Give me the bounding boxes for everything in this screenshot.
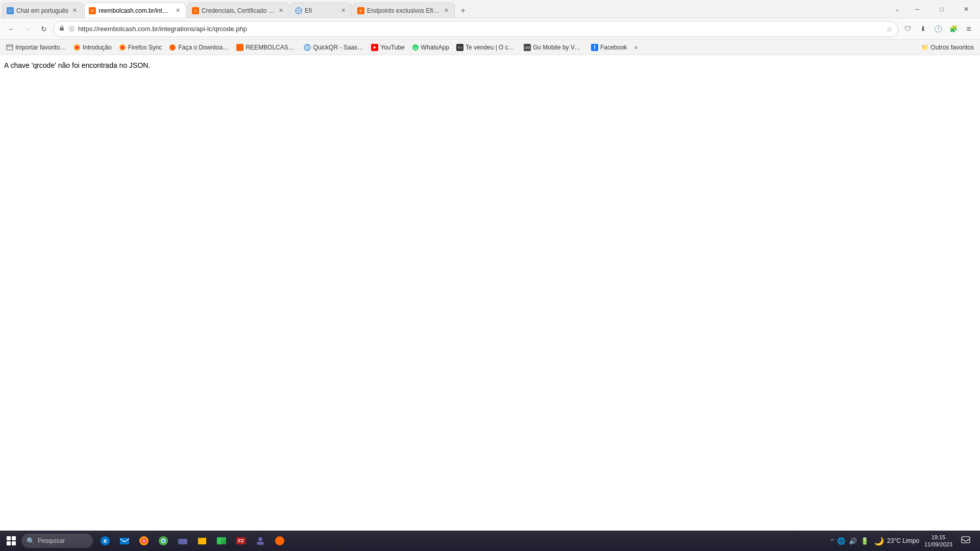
tab-title-efi: Efi — [305, 7, 337, 14]
importar-label: Importar favoritos... — [15, 44, 66, 51]
gomobile-icon: GM — [524, 44, 531, 51]
svg-point-20 — [169, 44, 176, 51]
nav-actions: 🛡 ⬇ 🕐 🧩 ≡ — [900, 22, 976, 36]
window-controls: ⌄ ─ □ ✕ — [890, 0, 978, 18]
navbar: ← → ↻ ⚪ https://reembolcash.com.br/integ… — [0, 18, 980, 40]
tab-close-efi[interactable]: ✕ — [339, 7, 347, 15]
bookmarks-bar: Importar favoritos... Introdução Firefox… — [0, 40, 980, 55]
bookmarks-other-folder[interactable]: 📁 Outros favoritos — [918, 43, 977, 52]
quickqr-label: QuickQR - Saas - Cont... — [313, 44, 364, 51]
introducao-label: Introdução — [83, 44, 112, 51]
tab-close-chat[interactable]: ✕ — [70, 7, 79, 15]
tab-icon-credenciais: C — [192, 7, 199, 14]
forward-button[interactable]: → — [20, 22, 35, 36]
firefox-sync-label: Firefox Sync — [128, 44, 162, 51]
refresh-button[interactable]: ↻ — [37, 22, 51, 36]
tab-chat[interactable]: C Chat em português ✕ — [2, 3, 83, 18]
close-button[interactable]: ✕ — [954, 0, 978, 18]
svg-text:C: C — [9, 9, 12, 13]
whatsapp-label: WhatsApp — [421, 44, 449, 51]
security-icon: ⚪ — [68, 26, 75, 32]
bookmark-reembolcash[interactable]: REEMBOLCASH - Um ... — [233, 43, 300, 52]
tab-efi[interactable]: Efi ✕ — [290, 3, 352, 18]
bookmark-introducao[interactable]: Introdução — [70, 43, 115, 52]
firefox-icon — [74, 44, 81, 51]
bookmarks-overflow-button[interactable]: » — [632, 43, 640, 52]
svg-text:GM: GM — [524, 46, 530, 49]
tab-title-reembolcash: reembolcash.com.br/integratio... — [99, 7, 172, 14]
tab-title-endpoints: Endpoints exclusivos Efi | Docu... — [367, 7, 440, 14]
svg-text:TV: TV — [457, 46, 462, 49]
bookmark-whatsapp[interactable]: W WhatsApp — [409, 43, 452, 52]
gomobile-label: Go Mobile by VegaTh... — [533, 44, 584, 51]
new-tab-button[interactable]: + — [456, 4, 470, 18]
bookmark-importar[interactable]: Importar favoritos... — [3, 43, 69, 52]
tab-icon-efi — [295, 7, 302, 14]
reembolcash-label: REEMBOLCASH - Um ... — [246, 44, 297, 51]
tab-close-reembolcash[interactable]: ✕ — [174, 7, 182, 15]
svg-text:W: W — [413, 45, 418, 50]
titlebar: C Chat em português ✕ R reembolcash.com.… — [0, 0, 980, 18]
tab-title-chat: Chat em português — [16, 7, 68, 14]
tabs-expand-button[interactable]: ⌄ — [890, 2, 904, 16]
address-bar[interactable]: ⚪ https://reembolcash.com.br/integration… — [53, 21, 898, 37]
url-text: https://reembolcash.com.br/integrations/… — [78, 25, 883, 33]
bookmark-firefox-sync[interactable]: Firefox Sync — [116, 43, 165, 52]
menu-icon[interactable]: ≡ — [962, 22, 976, 36]
reembol-bm-icon — [236, 44, 243, 51]
bookmark-download[interactable]: Faça o Download dos ... — [166, 43, 232, 52]
page-content: A chave 'qrcode' não foi encontrada no J… — [0, 55, 980, 531]
tab-close-endpoints[interactable]: ✕ — [442, 7, 450, 15]
svg-point-17 — [76, 46, 79, 49]
bookmark-gomobile[interactable]: GM Go Mobile by VegaTh... — [521, 43, 587, 52]
youtube-label: YouTube — [380, 44, 404, 51]
extensions-icon[interactable]: 🧩 — [946, 22, 961, 36]
tabs-container: C Chat em português ✕ R reembolcash.com.… — [2, 0, 890, 18]
svg-rect-11 — [60, 28, 64, 31]
shield-icon[interactable]: 🛡 — [900, 22, 915, 36]
back-button[interactable]: ← — [4, 22, 18, 36]
bookmark-facebook[interactable]: f Facebook — [588, 43, 630, 52]
quickqr-icon — [304, 44, 311, 51]
tab-icon-reembolcash: R — [89, 7, 96, 14]
star-icon[interactable]: ☆ — [886, 25, 893, 33]
firefox-sync-icon — [119, 44, 126, 51]
whatsapp-bm-icon: W — [412, 44, 419, 51]
history-icon[interactable]: 🕐 — [931, 22, 945, 36]
folder-icon: 📁 — [921, 44, 929, 51]
tab-reembolcash[interactable]: R reembolcash.com.br/integratio... ✕ — [84, 3, 186, 18]
protocol-secure-icon — [59, 25, 65, 33]
tab-title-credenciais: Credenciais, Certificado e Auto... — [202, 7, 275, 14]
tab-icon-chat: C — [7, 7, 14, 14]
download-label: Faça o Download dos ... — [178, 44, 229, 51]
svg-text:C: C — [194, 9, 197, 13]
tab-icon-endpoints: E — [357, 7, 364, 14]
svg-rect-12 — [7, 45, 13, 50]
tab-close-credenciais[interactable]: ✕ — [277, 7, 285, 15]
tab-credenciais[interactable]: C Credenciais, Certificado e Auto... ✕ — [187, 3, 289, 18]
other-label: Outros favoritos — [930, 44, 974, 51]
facebook-label: Facebook — [600, 44, 627, 51]
download-icon[interactable]: ⬇ — [916, 22, 930, 36]
bookmark-quickqr[interactable]: QuickQR - Saas - Cont... — [301, 43, 367, 52]
download-bm-icon — [169, 44, 176, 51]
svg-rect-21 — [236, 44, 243, 51]
bookmark-tevendeu[interactable]: TV Te vendeu | O catálog... — [453, 43, 520, 52]
svg-text:E: E — [359, 9, 362, 13]
tevendeu-icon: TV — [456, 44, 463, 51]
bookmark-youtube[interactable]: YouTube — [368, 43, 407, 52]
facebook-bm-icon: f — [591, 44, 598, 51]
maximize-button[interactable]: □ — [930, 0, 953, 18]
minimize-button[interactable]: ─ — [905, 0, 929, 18]
tevendeu-label: Te vendeu | O catálog... — [465, 44, 517, 51]
importar-icon — [6, 44, 13, 51]
youtube-bm-icon — [371, 44, 378, 51]
svg-point-19 — [121, 46, 124, 49]
page-message: A chave 'qrcode' não foi encontrada no J… — [4, 61, 976, 69]
svg-text:R: R — [91, 9, 94, 13]
tab-endpoints[interactable]: E Endpoints exclusivos Efi | Docu... ✕ — [353, 3, 455, 18]
